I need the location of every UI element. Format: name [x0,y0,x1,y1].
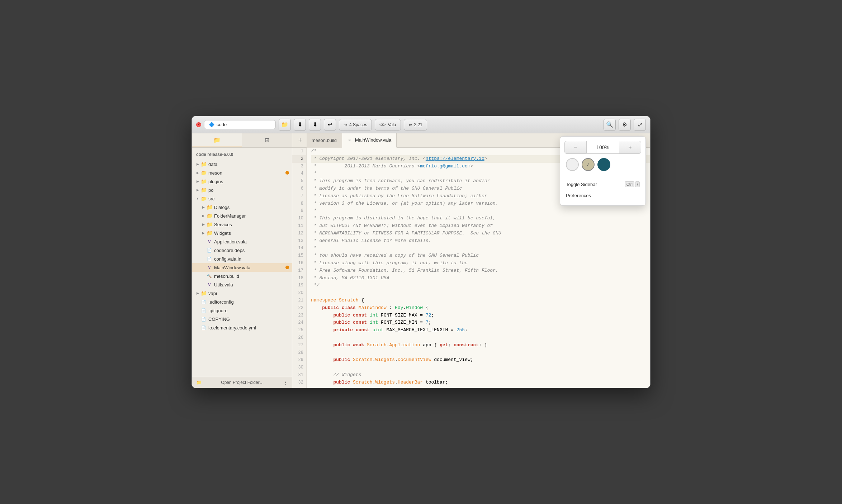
tree-item-plugins[interactable]: ▶ 📁 plugins [192,177,292,186]
undo-button[interactable]: ↩ [324,119,336,131]
tree-item-mainwindow-vala[interactable]: ▶ V MainWindow.vala [192,263,292,272]
tree-item-gitignore[interactable]: ▶ 📄 .gitignore [192,306,292,315]
line-num-11: 11 [292,222,306,230]
zoom-pill[interactable]: ⇔ 2.21 [404,119,427,130]
tree-item-copying[interactable]: ▶ 📄 COPYING [192,315,292,323]
line-num-19: 19 [292,282,306,289]
folder-open-icon: 📁 [196,380,202,385]
sidebar-tab-outline[interactable]: ⊞ [242,133,292,147]
folder-button[interactable]: 📁 [279,119,291,131]
zoom-plus-button[interactable]: + [619,141,641,154]
line-num-16: 16 [292,260,306,267]
line-num-26: 26 [292,334,306,342]
line-numbers: 1 2 3 4 5 6 7 8 9 10 11 12 13 14 15 16 1 [292,148,307,388]
line-num-27: 27 [292,342,306,349]
theme-light[interactable] [566,158,579,171]
vala-icon-application: V [206,238,213,245]
line-num-31: 31 [292,371,306,379]
folder-icon-meson: 📁 [200,170,207,176]
add-tab-button[interactable]: + [295,135,305,146]
code-line-21: namespace Scratch { [311,297,650,304]
tab-mainwindow-vala[interactable]: ✕ MainWindow.vala [342,133,397,148]
tree-item-data[interactable]: ▶ 📁 data [192,160,292,168]
folder-icon-services: 📁 [206,221,213,228]
code-line-9: * [311,207,650,215]
code-line-28 [311,349,650,357]
window-close-button[interactable]: ✕ [196,122,201,127]
line-num-3: 3 [292,163,306,170]
tree-item-foldermanager[interactable]: ▶ 📁 FolderManager [192,211,292,220]
title-search-box[interactable]: 🔷 code [204,120,276,129]
download-icon: ⬇ [298,121,302,128]
preferences-menu-item[interactable]: Preferences [564,190,641,201]
code-line-15: * You should have received a copy of the… [311,252,650,260]
folder-icon-plugins: 📁 [200,178,207,185]
tree-item-application-vala[interactable]: ▶ V Application.vala [192,237,292,246]
open-project-folder-button[interactable]: 📁 Open Project Folder… ⋮ [192,377,292,388]
tree-item-io-code-yml[interactable]: ▶ 📄 io.elementary.code.yml [192,323,292,332]
line-num-7: 7 [292,192,306,200]
tree-item-widgets[interactable]: ▶ 📁 Widgets [192,229,292,237]
gear-button[interactable]: ⚙ [619,119,631,131]
folder-icon-dialogs: 📁 [206,204,213,210]
code-line-10: * This program is distributed in the hop… [311,215,650,222]
indent-button[interactable]: ⇥ 4 Spaces [339,119,372,130]
download2-button[interactable]: ⬇ [309,119,321,131]
tree-item-utils-vala[interactable]: ▶ V Utils.vala [192,280,292,289]
code-line-11: * but WITHOUT ANY WARRANTY; without even… [311,222,650,230]
theme-solarized[interactable]: ✓ [582,158,595,171]
fullscreen-button[interactable]: ⤢ [634,119,646,131]
line-num-17: 17 [292,267,306,275]
code-line-33: private Gtk.Revealer search_revealer; [311,386,650,388]
code-line-12: * MERCHANTABILITY or FITNESS FOR A PARTI… [311,230,650,237]
tree-item-meson[interactable]: ▶ 📁 meson [192,168,292,177]
mainwindow-badge [285,266,289,269]
undo-icon: ↩ [328,121,332,128]
download-button[interactable]: ⬇ [294,119,306,131]
folder-icon-foldermanager: 📁 [206,213,213,219]
language-button[interactable]: </> Vala [375,119,401,130]
folder-icon-widgets: 📁 [206,230,213,236]
code-line-13: * General Public License for more detail… [311,237,650,245]
tree-item-po[interactable]: ▶ 📁 po [192,186,292,194]
tree-arrow-foldermanager: ▶ [200,213,206,219]
line-num-1: 1 [292,148,306,155]
tree-item-codecore-deps[interactable]: ▶ 📄 codecore.deps [192,246,292,255]
line-num-15: 15 [292,252,306,260]
line-num-24: 24 [292,319,306,327]
tab-meson-build[interactable]: meson.build [307,133,342,148]
code-line-26 [311,334,650,342]
tree-item-dialogs[interactable]: ▶ 📁 Dialogs [192,203,292,211]
toggle-sidebar-menu-item[interactable]: Toggle Sidebar Ctrl \ [564,179,641,190]
line-num-18: 18 [292,275,306,282]
outline-icon: ⊞ [265,137,269,143]
line-num-4: 4 [292,170,306,177]
theme-dark[interactable] [597,158,610,171]
sidebar-tabs: 📁 ⊞ [192,133,292,148]
language-icon: </> [379,122,385,127]
tree-item-editorconfig[interactable]: ▶ 📄 .editorconfig [192,298,292,306]
line-num-9: 9 [292,207,306,215]
zoom-minus-button[interactable]: − [564,141,587,154]
menu-divider [564,177,641,177]
sidebar: 📁 ⊞ code release-6.0.0 ▶ 📁 data [192,133,292,388]
folder-icon-data: 📁 [200,161,207,167]
line-num-28: 28 [292,349,306,357]
code-line-32: public Scratch.Widgets.HeaderBar toolbar… [311,379,650,386]
titlebar-right: 🔍 ⚙ ⤢ [604,119,646,131]
line-num-13: 13 [292,237,306,245]
build-icon-meson: 🔨 [206,273,213,279]
tree-item-services[interactable]: ▶ 📁 Services [192,220,292,229]
search-button[interactable]: 🔍 [604,119,616,131]
sidebar-tab-files[interactable]: 📁 [192,133,242,147]
tree-item-vapi[interactable]: ▶ 📁 vapi [192,289,292,298]
tree-item-config-vala-in[interactable]: ▶ 📄 config.vala.in [192,255,292,263]
file-icon-gitignore: 📄 [200,307,207,314]
tree-item-meson-build[interactable]: ▶ 🔨 meson.build [192,272,292,280]
title-text: code [217,122,227,127]
close-tab-button[interactable]: ✕ [347,138,352,143]
tree-item-src[interactable]: ▼ 📁 src [192,194,292,203]
line-num-6: 6 [292,185,306,192]
file-tree: code release-6.0.0 ▶ 📁 data ▶ 📁 meson [192,148,292,377]
line-num-29: 29 [292,356,306,364]
